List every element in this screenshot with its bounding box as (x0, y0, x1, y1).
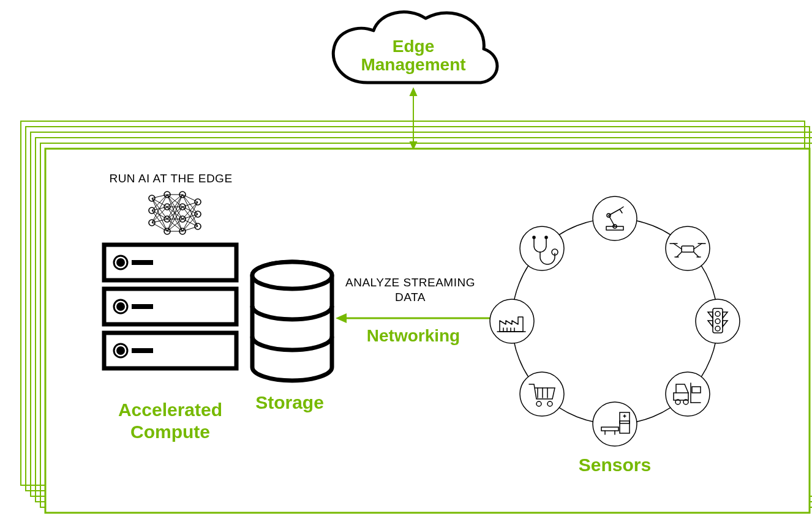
svg-point-85 (666, 226, 710, 270)
svg-point-115 (520, 372, 564, 416)
stethoscope-icon (520, 226, 564, 270)
svg-point-72 (116, 346, 125, 355)
forklift-icon (666, 372, 710, 416)
svg-rect-70 (132, 304, 153, 309)
storage-label: Storage (255, 392, 324, 412)
shopping-cart-icon (520, 372, 564, 416)
factory-icon (490, 299, 534, 343)
cloud-label-line1: Edge (393, 37, 434, 56)
compute-label-line2: Compute (130, 422, 210, 442)
cloud-label-line2: Management (361, 55, 465, 74)
svg-point-100 (666, 372, 710, 416)
networking-label: Networking (367, 326, 460, 345)
svg-point-64 (116, 258, 125, 267)
svg-point-79 (593, 196, 637, 240)
analyze-label-line2: DATA (395, 291, 426, 303)
svg-point-95 (696, 299, 740, 343)
svg-marker-1 (410, 89, 416, 95)
compute-label-line1: Accelerated (118, 400, 222, 420)
server-rack-icon (104, 245, 236, 368)
svg-rect-66 (132, 260, 153, 265)
drone-icon (666, 226, 710, 270)
storage-cylinder-icon (252, 262, 332, 381)
sensors-label: Sensors (579, 455, 651, 475)
analyze-label-line1: ANALYZE STREAMING (345, 276, 475, 289)
svg-point-107 (593, 402, 637, 446)
svg-point-68 (116, 302, 125, 311)
svg-point-75 (252, 262, 332, 289)
svg-rect-74 (132, 348, 153, 353)
robot-arm-icon (593, 196, 637, 240)
traffic-light-icon (696, 299, 740, 343)
run-ai-label: RUN AI AT THE EDGE (109, 172, 232, 185)
svg-point-129 (545, 236, 547, 239)
svg-point-127 (520, 226, 564, 270)
svg-point-128 (533, 236, 535, 239)
cloud-connector-arrow (410, 89, 416, 149)
medical-scanner-icon (593, 402, 637, 446)
